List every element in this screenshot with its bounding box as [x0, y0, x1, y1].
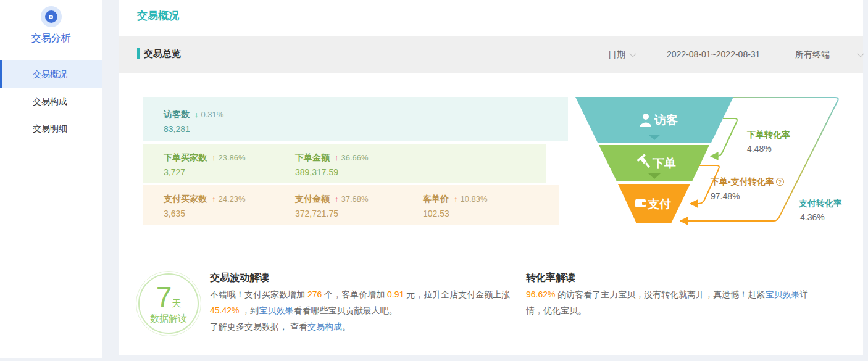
chevron-down-icon — [629, 50, 636, 57]
order-conversion-rate-label: 下单转化率 — [747, 130, 790, 141]
metric-order-buyers: 下单买家数↑23.86% 3,727 — [164, 152, 246, 177]
funnel-stage-label: 下单 — [652, 157, 676, 170]
trend-up-icon: ↑ — [335, 153, 339, 162]
text: 了解更多交易数据， 查看 — [210, 322, 307, 331]
trade-composition-link[interactable]: 交易构成 — [307, 322, 342, 331]
badge-number: 7 — [156, 281, 172, 313]
terminal-dropdown[interactable]: 所有终端 — [795, 49, 862, 60]
sidebar-item-label: 交易构成 — [33, 96, 67, 106]
text: ，到 — [239, 305, 259, 315]
metric-value: 3,727 — [164, 167, 246, 177]
metric-label: 访客数 — [164, 109, 190, 119]
metric-pay-buyers: 支付买家数↑24.23% 3,635 — [164, 194, 246, 218]
metric-label: 支付买家数 — [164, 194, 207, 204]
metric-change-pct: 23.86% — [219, 153, 246, 162]
conversion-funnel-chart: 访客 下单 支付 下单转化率 4.48% 下单-支付转化率? 97.48% 支付… — [568, 93, 868, 234]
section-accent-bar — [137, 48, 140, 59]
item-effect-link[interactable]: 宝贝效果 — [765, 289, 799, 299]
pay-wallet-icon — [635, 199, 646, 207]
badge-subtitle: 数据解读 — [140, 313, 198, 325]
sidebar-menu: 交易概况 交易构成 交易明细 — [0, 60, 102, 142]
metric-value: 389,317.59 — [295, 167, 369, 177]
conversion-insight-text: 96.62% 的访客看了主力宝贝，没有转化就离开，真遗憾！赶紧宝贝效果详情，优化… — [526, 286, 821, 318]
trend-down-icon: ↓ — [194, 110, 199, 119]
metric-row-payments: 支付买家数↑24.23% 3,635 支付金额↑37.68% 372,721.7… — [143, 185, 559, 225]
metric-change-pct: 0.31% — [201, 110, 224, 119]
overview-section-bar: 交易总览 日期 2022-08-01~2022-08-31 所有终端 — [119, 36, 863, 73]
highlight-number: 96.62% — [526, 289, 555, 299]
text: 。 — [342, 322, 351, 331]
sidebar-title: 交易分析 — [0, 32, 102, 45]
metric-row-orders: 下单买家数↑23.86% 3,727 下单金额↑36.66% 389,317.5… — [143, 144, 546, 183]
paragraph: 了解更多交易数据， 查看交易构成。 — [210, 318, 519, 334]
trend-up-icon: ↑ — [212, 153, 216, 162]
metric-label: 下单金额 — [295, 152, 330, 162]
trend-up-icon: ↑ — [212, 194, 216, 204]
trade-fluctuation-text: 不错哦！支付买家数增加 276 个，客单价增加 0.91 元，拉升全店支付金额上… — [210, 286, 519, 334]
conversion-insight-title: 转化率解读 — [526, 272, 575, 284]
order-conversion-rate-value: 4.48% — [747, 144, 772, 154]
transaction-analysis-icon — [41, 6, 62, 27]
metric-value: 372,721.75 — [295, 209, 369, 218]
trend-up-icon: ↑ — [454, 194, 458, 204]
metric-pay-amount: 支付金额↑37.68% 372,721.75 — [295, 194, 369, 218]
sidebar-item-trade-composition[interactable]: 交易构成 — [0, 88, 102, 115]
page-title: 交易概况 — [137, 9, 179, 23]
sidebar-item-trade-overview[interactable]: 交易概况 — [0, 60, 102, 88]
metric-value: 102.53 — [423, 209, 488, 218]
trend-up-icon: ↑ — [335, 194, 339, 204]
paragraph: 96.62% 的访客看了主力宝贝，没有转化就离开，真遗憾！赶紧宝贝效果详情，优化… — [526, 286, 821, 318]
sidebar-item-trade-detail[interactable]: 交易明细 — [0, 115, 102, 142]
metric-change-pct: 37.68% — [341, 194, 369, 204]
item-effect-link[interactable]: 宝贝效果 — [259, 305, 293, 315]
order-pay-conversion-rate-value: 97.48% — [711, 191, 740, 201]
metric-row-visitors: 访客数↓0.31% 83,281 — [143, 97, 568, 141]
metric-avg-order-value: 客单价↑10.83% 102.53 — [423, 194, 488, 218]
text: 个，客单价增加 — [322, 289, 387, 299]
transaction-dashboard: 交易分析 交易概况 交易构成 交易明细 交易概况 交易总览 日期 2022-08… — [0, 0, 868, 361]
metric-change-pct: 10.83% — [461, 194, 488, 204]
funnel-stage-label: 访客 — [654, 114, 678, 127]
date-range-picker[interactable]: 2022-08-01~2022-08-31 — [667, 49, 760, 59]
help-icon[interactable]: ? — [776, 178, 784, 186]
active-indicator-bar — [0, 60, 2, 88]
metric-order-amount: 下单金额↑36.66% 389,317.59 — [295, 152, 369, 177]
metric-change-pct: 24.23% — [219, 194, 246, 204]
metric-visitor-count: 访客数↓0.31% 83,281 — [164, 109, 223, 134]
sidebar: 交易分析 交易概况 交易构成 交易明细 — [0, 0, 102, 358]
order-pay-conversion-rate-label: 下单-支付转化率? — [711, 176, 784, 188]
sidebar-item-label: 交易概况 — [33, 69, 67, 79]
seven-day-insight-badge: 7天 数据解读 — [138, 273, 199, 334]
pay-conversion-rate-value: 4.36% — [800, 212, 825, 222]
sidebar-item-label: 交易明细 — [33, 123, 67, 133]
badge-unit: 天 — [172, 298, 181, 309]
pay-conversion-rate-label: 支付转化率 — [799, 198, 842, 209]
highlight-number: 276 — [307, 289, 322, 299]
highlight-number: 45.42% — [210, 305, 239, 315]
metric-change-pct: 36.66% — [341, 153, 369, 162]
section-title: 交易总览 — [144, 48, 181, 60]
highlight-number: 0.91 — [387, 289, 404, 299]
vertical-divider — [522, 276, 522, 331]
metric-value: 83,281 — [164, 124, 223, 134]
metric-label: 客单价 — [423, 194, 449, 204]
text: 的访客看了主力宝贝，没有转化就离开，真遗憾！赶紧 — [555, 289, 765, 299]
text: 元，拉升全店支付金额上涨 — [404, 289, 510, 299]
date-type-dropdown[interactable]: 日期 — [608, 49, 634, 60]
metric-label: 下单买家数 — [164, 152, 207, 162]
text: 看看哪些宝贝贡献最大吧。 — [293, 305, 397, 315]
trade-fluctuation-title: 交易波动解读 — [210, 272, 269, 284]
metric-value: 3,635 — [164, 209, 246, 218]
text: 不错哦！支付买家数增加 — [210, 289, 307, 299]
paragraph: 不错哦！支付买家数增加 276 个，客单价增加 0.91 元，拉升全店支付金额上… — [210, 286, 519, 318]
funnel-stage-label: 支付 — [647, 197, 671, 210]
metric-label: 支付金额 — [295, 194, 330, 204]
